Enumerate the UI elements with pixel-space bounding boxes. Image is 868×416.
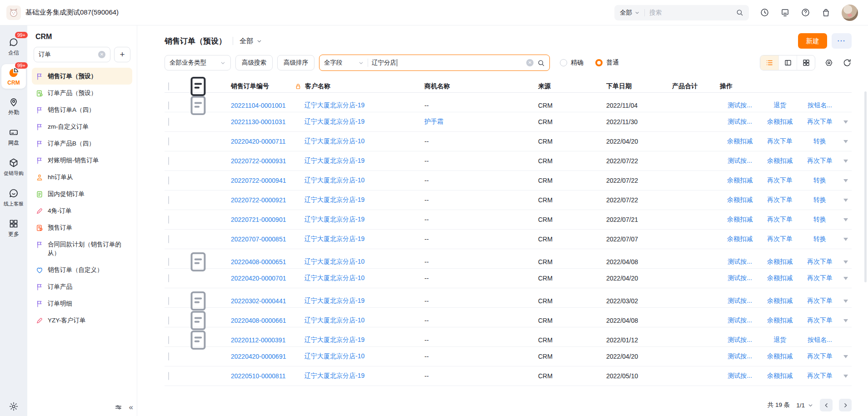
more-actions-dropdown[interactable] (840, 355, 852, 358)
action-link[interactable]: 再次下单 (800, 157, 840, 165)
action-link[interactable]: 余额扣减 (760, 118, 800, 126)
order-number-link[interactable]: 20221130-0001031 (231, 118, 285, 125)
global-search-scope[interactable]: 全部 (620, 9, 632, 17)
more-actions-dropdown[interactable] (840, 319, 852, 322)
clear-search-icon[interactable]: ✕ (98, 51, 105, 58)
rail-item-3[interactable]: 外勤 (1, 93, 26, 119)
action-link[interactable]: 测试按... (720, 372, 760, 380)
action-link[interactable]: 退货 (760, 101, 800, 110)
order-number-link[interactable]: 20220302-0000441 (231, 297, 286, 305)
sidebar-item-6[interactable]: 对账明细-销售订单 (32, 152, 132, 169)
order-number-link[interactable]: 20220420-0000711 (231, 138, 285, 145)
sidebar-item-4[interactable]: zm-自定义订单 (32, 118, 132, 135)
row-checkbox[interactable] (168, 258, 169, 266)
action-link[interactable]: 余额扣减 (720, 137, 760, 145)
action-link[interactable]: 测试按... (720, 352, 760, 361)
row-checkbox[interactable] (168, 336, 169, 344)
view-scope-select[interactable]: 全部 (239, 37, 262, 45)
customer-link[interactable]: 辽宁大厦北京分店-10 (304, 352, 364, 361)
action-link[interactable]: 测试按... (720, 336, 760, 344)
rail-item-4[interactable]: 网盘 (1, 124, 26, 150)
row-checkbox[interactable] (168, 297, 169, 305)
list-view-button[interactable] (760, 55, 778, 70)
sidebar-search-input[interactable]: 订单 ✕ (34, 47, 110, 62)
order-number-link[interactable]: 20220722-0000941 (231, 177, 286, 184)
opportunity-link[interactable]: 护手霜 (424, 118, 444, 125)
advanced-search-button[interactable]: 高级搜索 (235, 55, 273, 70)
action-link[interactable]: 余额扣减 (720, 196, 760, 204)
action-link[interactable]: 再次下单 (800, 316, 840, 325)
customer-link[interactable]: 辽宁大厦北京分店-10 (304, 316, 364, 325)
action-link[interactable]: 再次下单 (760, 137, 800, 145)
nav-settings-sliders-icon[interactable] (114, 403, 123, 411)
row-checkbox[interactable] (168, 274, 169, 282)
sidebar-item-12[interactable]: 销售订单（自定义） (32, 261, 132, 278)
order-number-link[interactable]: 20220420-0000691 (231, 353, 286, 360)
sidebar-item-15[interactable]: YZY-客户订单 (32, 312, 132, 329)
action-link[interactable]: 再次下单 (800, 297, 840, 305)
sidebar-item-1[interactable]: 销售订单（预设） (32, 68, 132, 85)
customer-link[interactable]: 辽宁大厦北京分店-19 (304, 118, 364, 126)
sidebar-item-11[interactable]: 合同回款计划（销售订单的从） (32, 236, 132, 261)
action-link[interactable]: 转换 (800, 176, 840, 185)
page-select[interactable]: 1/1 (796, 402, 813, 409)
sidebar-item-14[interactable]: 订单明细 (32, 295, 132, 312)
order-number-link[interactable]: 20220112-0000391 (231, 336, 285, 344)
action-link[interactable]: 余额扣减 (760, 274, 800, 282)
sidebar-item-10[interactable]: 预售订单 (32, 219, 132, 236)
customer-link[interactable]: 辽宁大厦北京分店-19 (304, 157, 364, 165)
action-link[interactable]: 再次下单 (760, 176, 800, 185)
customer-link[interactable]: 辽宁大厦北京分店-19 (304, 372, 364, 380)
customer-link[interactable]: 辽宁大厦北京分店-10 (304, 274, 364, 282)
action-link[interactable]: 再次下单 (800, 274, 840, 282)
keyword-input[interactable]: 辽宁分店 (372, 59, 523, 67)
customer-link[interactable]: 辽宁大厦北京分店-10 (304, 137, 364, 145)
action-link[interactable]: 按钮名... (800, 101, 840, 110)
row-checkbox[interactable] (168, 101, 169, 110)
customer-link[interactable]: 辽宁大厦北京分店-10 (304, 258, 364, 266)
more-actions-dropdown[interactable] (840, 160, 852, 163)
order-number-link[interactable]: 20220408-0000651 (231, 258, 286, 266)
customer-link[interactable]: 辽宁大厦北京分店-19 (304, 336, 364, 344)
user-avatar[interactable] (842, 5, 858, 21)
sidebar-item-7[interactable]: hh订单从 (32, 169, 132, 185)
action-link[interactable]: 按钮名... (800, 336, 840, 344)
action-link[interactable]: 余额扣减 (760, 316, 800, 325)
action-link[interactable]: 余额扣减 (720, 176, 760, 185)
row-checkbox[interactable] (168, 235, 169, 243)
order-number-link[interactable]: 20220722-0000921 (231, 196, 286, 204)
customer-link[interactable]: 辽宁大厦北京分店-10 (304, 176, 364, 185)
action-link[interactable]: 测试按... (720, 316, 760, 325)
match-radio-1[interactable]: 精确 (560, 59, 584, 67)
rail-item-6[interactable]: 线上客服 (1, 185, 26, 211)
customer-link[interactable]: 辽宁大厦北京分店-19 (304, 101, 364, 110)
action-link[interactable]: 余额扣减 (760, 258, 800, 266)
action-link[interactable]: 再次下单 (760, 196, 800, 204)
action-link[interactable]: 再次下单 (800, 258, 840, 266)
action-link[interactable]: 再次下单 (800, 352, 840, 361)
help-icon[interactable] (801, 8, 810, 17)
action-link[interactable]: 测试按... (720, 258, 760, 266)
action-link[interactable]: 测试按... (720, 157, 760, 165)
action-link[interactable]: 再次下单 (800, 118, 840, 126)
action-link[interactable]: 余额扣减 (760, 297, 800, 305)
order-number-link[interactable]: 20220722-0000931 (231, 157, 286, 165)
order-number-link[interactable]: 20220707-0000851 (231, 236, 286, 243)
action-link[interactable]: 余额扣减 (720, 216, 760, 224)
global-search-input[interactable]: 全部 搜索 (614, 5, 749, 20)
order-number-link[interactable]: 20220721-0000901 (231, 216, 286, 223)
action-link[interactable]: 再次下单 (760, 216, 800, 224)
action-link[interactable]: 余额扣减 (760, 372, 800, 380)
action-link[interactable]: 测试按... (720, 118, 760, 126)
order-number-link[interactable]: 20220408-0000661 (231, 317, 286, 324)
row-checkbox[interactable] (168, 196, 169, 204)
history-clock-icon[interactable] (760, 8, 769, 17)
refresh-icon[interactable] (843, 58, 852, 67)
action-link[interactable]: 再次下单 (760, 235, 800, 243)
customer-link[interactable]: 辽宁大厦北京分店-19 (304, 196, 364, 204)
match-radio-2[interactable]: 普通 (595, 59, 619, 67)
rail-item-7[interactable]: 更多 (1, 215, 26, 241)
row-checkbox[interactable] (168, 352, 169, 361)
action-link[interactable]: 余额扣减 (760, 157, 800, 165)
more-actions-dropdown[interactable] (840, 238, 852, 241)
